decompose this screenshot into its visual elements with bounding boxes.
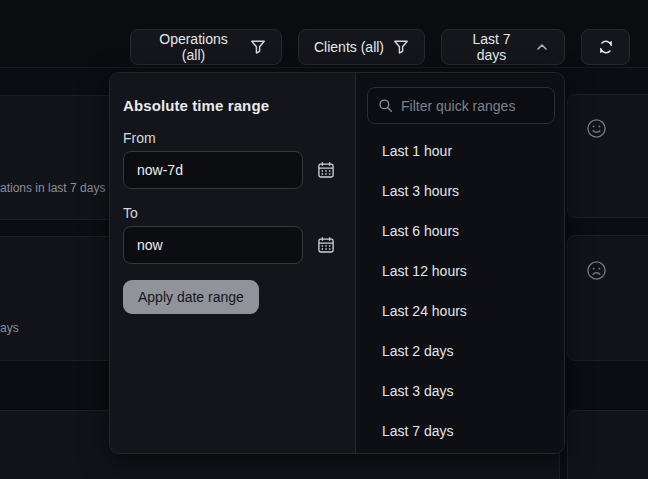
quick-range-label: Last 3 days xyxy=(382,383,454,399)
apply-date-range-button[interactable]: Apply date range xyxy=(123,280,259,314)
quick-range-option[interactable]: Last 1 hour xyxy=(356,131,564,171)
calendar-icon xyxy=(317,236,335,254)
from-calendar-button[interactable] xyxy=(316,160,336,180)
clients-filter-label: Clients (all) xyxy=(314,39,384,55)
to-calendar-button[interactable] xyxy=(316,235,336,255)
time-range-label: Last 7 days xyxy=(457,31,526,63)
card-caption: ations in last 7 days xyxy=(0,181,105,195)
filter-quick-ranges-input[interactable] xyxy=(367,87,555,124)
quick-range-option[interactable]: Last 7 days xyxy=(356,411,564,451)
dashboard-card xyxy=(567,235,648,361)
from-input-row xyxy=(123,151,342,189)
calendar-icon xyxy=(317,161,335,179)
from-input[interactable] xyxy=(123,151,303,189)
absolute-time-range-section: Absolute time range From To xyxy=(110,73,355,453)
time-range-button[interactable]: Last 7 days xyxy=(441,29,565,65)
quick-ranges-list: Last 1 hour Last 3 hours Last 6 hours La… xyxy=(356,131,564,451)
funnel-icon xyxy=(393,39,409,55)
quick-range-label: Last 2 days xyxy=(382,343,454,359)
quick-range-option[interactable]: Last 2 days xyxy=(356,331,564,371)
to-label: To xyxy=(123,205,342,221)
refresh-sync-icon xyxy=(597,38,615,56)
chevron-up-icon xyxy=(535,40,549,54)
dashboard-card xyxy=(567,410,648,479)
quick-range-label: Last 3 hours xyxy=(382,183,459,199)
funnel-icon xyxy=(250,39,266,55)
quick-range-label: Last 7 days xyxy=(382,423,454,439)
quick-range-option[interactable]: Last 3 days xyxy=(356,371,564,411)
quick-ranges-search xyxy=(367,87,555,124)
happy-face-icon xyxy=(586,118,607,139)
quick-range-option[interactable]: Last 24 hours xyxy=(356,291,564,331)
dashboard-card xyxy=(567,94,648,218)
quick-range-label: Last 6 hours xyxy=(382,223,459,239)
quick-range-label: Last 1 hour xyxy=(382,143,452,159)
refresh-button[interactable] xyxy=(581,29,630,65)
operations-filter-button[interactable]: Operations (all) xyxy=(130,29,282,65)
time-range-picker-panel: Absolute time range From To xyxy=(109,72,565,454)
operations-filter-label: Operations (all) xyxy=(146,31,241,63)
quick-range-label: Last 24 hours xyxy=(382,303,467,319)
sad-face-icon xyxy=(586,260,607,281)
panel-title: Absolute time range xyxy=(123,97,342,114)
to-input-row xyxy=(123,226,342,264)
quick-ranges-section: Last 1 hour Last 3 hours Last 6 hours La… xyxy=(355,73,564,453)
to-input[interactable] xyxy=(123,226,303,264)
card-caption: ays xyxy=(0,321,19,335)
top-toolbar: Operations (all) Clients (all) Last 7 da… xyxy=(0,0,648,68)
quick-range-option[interactable]: Last 6 hours xyxy=(356,211,564,251)
from-label: From xyxy=(123,130,342,146)
quick-range-option[interactable]: Last 3 hours xyxy=(356,171,564,211)
quick-range-label: Last 12 hours xyxy=(382,263,467,279)
quick-range-option[interactable]: Last 12 hours xyxy=(356,251,564,291)
clients-filter-button[interactable]: Clients (all) xyxy=(298,29,425,65)
